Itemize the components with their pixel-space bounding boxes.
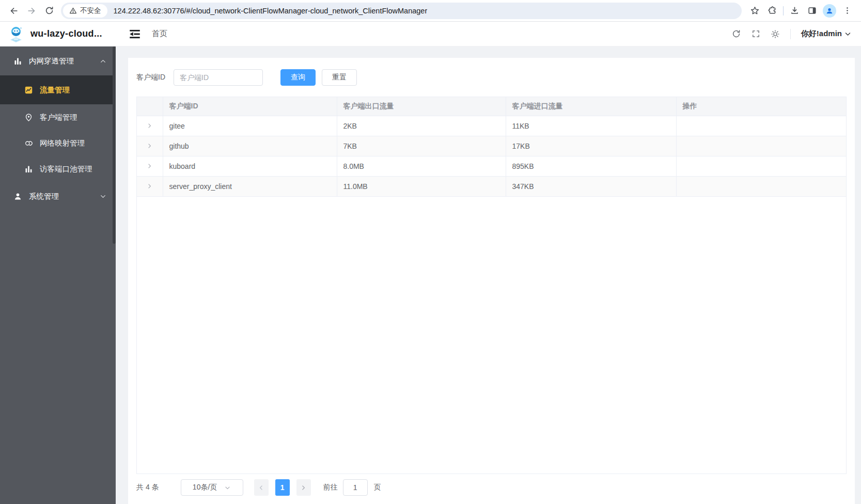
sidebar-item-clients[interactable]: 客户端管理	[0, 104, 116, 130]
address-bar[interactable]: 不安全 124.222.48.62:30776/#/cloud_network-…	[61, 3, 742, 19]
flow-table: 客户端ID 客户端出口流量 客户端进口流量 操作 gitee 2KB	[136, 97, 847, 474]
client-id-input[interactable]	[174, 69, 263, 86]
column-header-outbound: 客户端出口流量	[337, 97, 506, 116]
page-unit-label: 页	[374, 483, 381, 492]
user-menu[interactable]: 你好!admin	[801, 29, 852, 39]
cell-outbound: 2KB	[337, 116, 506, 136]
header-actions: 你好!admin	[731, 29, 861, 39]
download-icon[interactable]	[786, 2, 803, 20]
cell-outbound: 7KB	[337, 136, 506, 156]
reload-icon[interactable]	[40, 2, 58, 20]
security-label: 不安全	[80, 6, 101, 15]
sidebar-item-traffic[interactable]: 流量管理	[0, 75, 116, 104]
cell-inbound: 11KB	[506, 116, 676, 136]
cell-client-id: kuboard	[163, 156, 337, 176]
sidebar-group-label: 内网穿透管理	[29, 56, 74, 66]
sidebar-group-system[interactable]: 系统管理	[0, 182, 116, 211]
sidebar-scrollbar[interactable]	[113, 46, 116, 244]
header-divider	[790, 29, 791, 39]
extensions-icon[interactable]	[763, 2, 781, 20]
back-icon[interactable]	[5, 2, 23, 20]
sidebar-item-label: 访客端口池管理	[40, 164, 92, 174]
total-count: 共 4 条	[136, 483, 159, 492]
table-row: server_proxy_client 11.0MB 347KB	[137, 176, 846, 196]
app-header: wu-lazy-cloud... 首页 你好!admin	[0, 22, 861, 46]
content-area: 客户端ID 查询 重置 客户端ID 客户端出口流量 客户端进口流量 操作	[116, 46, 861, 504]
table-row: gitee 2KB 11KB	[137, 116, 846, 136]
kebab-menu-icon[interactable]	[838, 2, 856, 20]
sidebar-item-mapping[interactable]: 网络映射管理	[0, 130, 116, 156]
column-header-actions: 操作	[676, 97, 846, 116]
filter-bar: 客户端ID 查询 重置	[136, 69, 847, 86]
cell-client-id: github	[163, 136, 337, 156]
cell-inbound: 17KB	[506, 136, 676, 156]
content-card: 客户端ID 查询 重置 客户端ID 客户端出口流量 客户端进口流量 操作	[128, 58, 855, 504]
refresh-icon[interactable]	[731, 29, 741, 39]
pagination-bar: 共 4 条 10条/页 1 前往 页	[136, 474, 847, 504]
expand-column-header	[137, 97, 163, 116]
chevron-down-icon	[844, 30, 852, 38]
side-panel-icon[interactable]	[803, 2, 821, 20]
sidebar-item-label: 流量管理	[40, 85, 70, 95]
prev-page-button[interactable]	[254, 479, 269, 496]
sidebar-group-intranet[interactable]: 内网穿透管理	[0, 46, 116, 75]
expand-row-icon[interactable]	[137, 156, 163, 176]
reset-button[interactable]: 重置	[322, 69, 357, 86]
cell-client-id: gitee	[163, 116, 337, 136]
column-header-client-id: 客户端ID	[163, 97, 337, 116]
app-shell: 内网穿透管理 流量管理 客户端管理 网络映射管理	[0, 46, 861, 504]
bookmark-star-icon[interactable]	[746, 2, 763, 20]
cell-actions	[676, 136, 846, 156]
fullscreen-icon[interactable]	[752, 29, 760, 38]
user-icon	[13, 192, 22, 201]
page-size-value: 10条/页	[193, 483, 217, 492]
cell-inbound: 347KB	[506, 176, 676, 196]
cell-outbound: 8.0MB	[337, 156, 506, 176]
traffic-chart-icon	[24, 86, 33, 94]
sidebar-group-label: 系统管理	[29, 192, 59, 201]
profile-avatar[interactable]	[823, 4, 836, 18]
next-page-button[interactable]	[296, 479, 311, 496]
cell-client-id: server_proxy_client	[163, 176, 337, 196]
cell-actions	[676, 176, 846, 196]
app-title: wu-lazy-cloud...	[30, 28, 102, 39]
expand-row-icon[interactable]	[137, 176, 163, 196]
security-chip[interactable]: 不安全	[63, 4, 107, 18]
table-row: github 7KB 17KB	[137, 136, 846, 156]
theme-sun-icon[interactable]	[771, 29, 780, 39]
page-size-select[interactable]: 10条/页	[181, 479, 243, 496]
cell-actions	[676, 156, 846, 176]
bar-chart-icon	[13, 57, 22, 66]
column-header-inbound: 客户端进口流量	[506, 97, 676, 116]
app-logo	[7, 25, 25, 43]
location-pin-icon	[24, 113, 33, 122]
expand-row-icon[interactable]	[137, 116, 163, 136]
sidebar-item-port-pool[interactable]: 访客端口池管理	[0, 156, 116, 182]
sidebar-fold-icon[interactable]	[128, 27, 142, 41]
bar-chart-icon	[24, 165, 33, 174]
cell-inbound: 895KB	[506, 156, 676, 176]
client-id-label: 客户端ID	[136, 73, 165, 82]
cell-actions	[676, 116, 846, 136]
expand-row-icon[interactable]	[137, 136, 163, 156]
link-icon	[24, 139, 33, 148]
toolbar-divider	[783, 6, 784, 15]
cell-outbound: 11.0MB	[337, 176, 506, 196]
user-greeting: 你好!admin	[801, 29, 842, 39]
page-number-active[interactable]: 1	[275, 479, 290, 496]
sidebar-item-label: 客户端管理	[40, 113, 77, 122]
goto-page-input[interactable]	[343, 479, 368, 496]
goto-label: 前往	[323, 483, 338, 492]
table-header-row: 客户端ID 客户端出口流量 客户端进口流量 操作	[137, 97, 846, 116]
warning-icon	[69, 7, 77, 14]
chevron-down-icon	[100, 193, 106, 200]
url-text: 124.222.48.62:30776/#/cloud_network-Clie…	[114, 7, 428, 15]
table-row: kuboard 8.0MB 895KB	[137, 156, 846, 176]
brand: wu-lazy-cloud...	[0, 25, 116, 43]
breadcrumb[interactable]: 首页	[152, 29, 167, 39]
sidebar: 内网穿透管理 流量管理 客户端管理 网络映射管理	[0, 46, 116, 504]
chevron-down-icon	[224, 484, 231, 491]
forward-icon[interactable]	[23, 2, 40, 20]
browser-toolbar: 不安全 124.222.48.62:30776/#/cloud_network-…	[0, 0, 861, 22]
search-button[interactable]: 查询	[280, 69, 316, 86]
